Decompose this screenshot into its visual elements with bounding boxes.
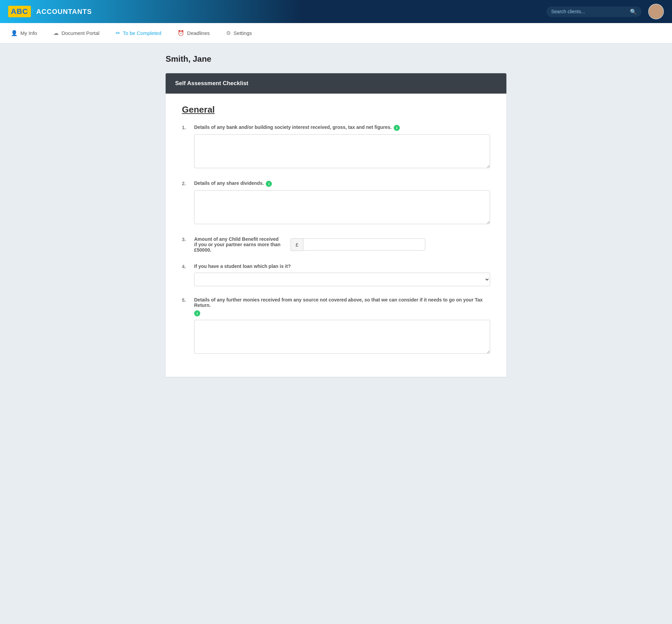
question-4-number: 4. [182,264,190,269]
nav-settings[interactable]: ⚙ Settings [226,28,252,38]
question-2-label: Details of any share dividends. i [194,180,490,187]
cloud-icon: ☁ [53,30,59,36]
question-2-row: 2. Details of any share dividends. i [182,180,490,187]
question-1-label: Details of any bank and/or building soci… [194,124,490,131]
question-3-input[interactable] [303,238,425,251]
question-2-answer [194,190,490,226]
page-title: Smith, Jane [166,54,506,64]
currency-symbol: £ [291,238,303,251]
person-icon: 👤 [11,30,18,36]
question-5: 5. Details of any further monies receive… [182,297,490,355]
question-2: 2. Details of any share dividends. i [182,180,490,226]
question-4-label: If you have a student loan which plan is… [194,264,490,269]
question-4: 4. If you have a student loan which plan… [182,264,490,286]
question-5-label: Details of any further monies received f… [194,297,490,316]
question-3-number: 3. [182,236,190,242]
clock-icon: ⏰ [178,30,184,36]
question-5-textarea[interactable] [194,320,490,354]
question-4-answer: Plan 1 Plan 2 Plan 4 Postgraduate [194,273,490,286]
pencil-icon: ✏ [116,30,120,36]
question-3-currency: £ [291,238,425,251]
nav-settings-label: Settings [234,30,252,36]
question-2-number: 2. [182,180,190,186]
info-icon-1: i [394,125,400,131]
info-icon-2: i [266,181,272,187]
main-content: Smith, Jane Self Assessment Checklist Ge… [149,43,523,388]
checklist-header: Self Assessment Checklist [166,73,506,94]
nav-document-portal-label: Document Portal [61,30,99,36]
search-bar: 🔍 [546,6,641,17]
logo-accountants: ACCOUNTANTS [36,8,92,16]
avatar-image [649,4,663,19]
question-4-select[interactable]: Plan 1 Plan 2 Plan 4 Postgraduate [194,273,490,286]
logo-area: ABC / ACCOUNTANTS [8,6,103,17]
search-input[interactable] [551,9,630,14]
gear-icon: ⚙ [226,30,231,36]
checklist-card: Self Assessment Checklist General 1. Det… [166,73,506,377]
question-1: 1. Details of any bank and/or building s… [182,124,490,170]
question-1-textarea[interactable] [194,134,490,168]
nav-document-portal[interactable]: ☁ Document Portal [53,28,99,38]
question-5-row: 5. Details of any further monies receive… [182,297,490,316]
nav-bar: 👤 My Info ☁ Document Portal ✏ To be Comp… [0,23,672,43]
nav-to-be-completed-label: To be Completed [123,30,161,36]
question-5-answer [194,320,490,355]
question-1-answer [194,134,490,170]
nav-to-be-completed[interactable]: ✏ To be Completed [116,28,161,38]
nav-deadlines[interactable]: ⏰ Deadlines [178,28,210,38]
question-3: 3. Amount of any Child Benefit received … [182,236,490,253]
search-button[interactable]: 🔍 [630,8,637,15]
info-icon-5: i [194,310,200,316]
checklist-title: Self Assessment Checklist [175,80,248,86]
question-3-row: 3. Amount of any Child Benefit received … [182,236,490,253]
logo-abc: ABC [8,6,31,17]
avatar[interactable] [648,4,664,19]
question-2-textarea[interactable] [194,190,490,224]
header: ABC / ACCOUNTANTS 🔍 [0,0,672,23]
question-1-number: 1. [182,124,190,130]
nav-my-info-label: My Info [20,30,37,36]
question-4-row: 4. If you have a student loan which plan… [182,264,490,269]
nav-my-info[interactable]: 👤 My Info [11,28,37,38]
question-5-number: 5. [182,297,190,303]
nav-deadlines-label: Deadlines [187,30,210,36]
section-title: General [182,104,490,115]
checklist-body: General 1. Details of any bank and/or bu… [166,94,506,377]
question-1-row: 1. Details of any bank and/or building s… [182,124,490,131]
question-3-label: Amount of any Child Benefit received if … [194,236,282,253]
logo-slash: / [32,7,34,16]
question-3-content: Amount of any Child Benefit received if … [194,236,490,253]
